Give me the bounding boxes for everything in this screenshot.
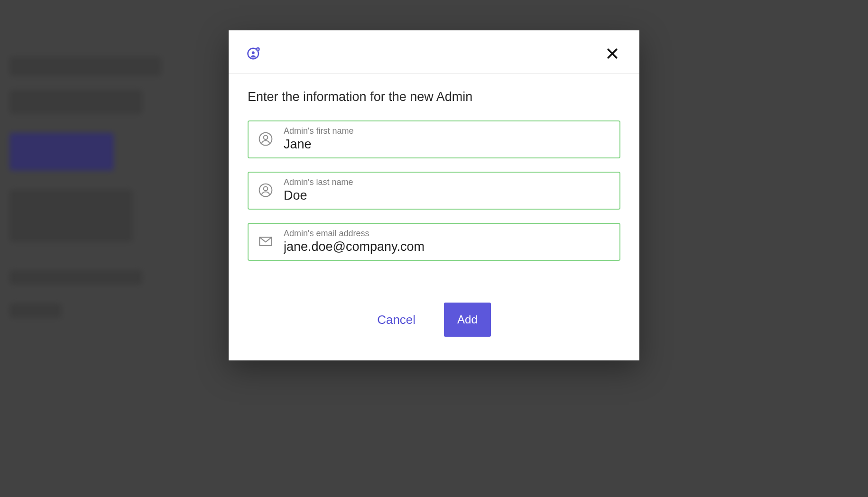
modal-body: Enter the information for the new Admin … (229, 74, 639, 279)
user-icon (258, 183, 273, 198)
first-name-input[interactable] (284, 137, 611, 152)
email-label: Admin's email address (284, 229, 611, 239)
modal-title: Enter the information for the new Admin (248, 90, 620, 104)
field-content: Admin's last name (284, 177, 611, 203)
add-admin-modal: Enter the information for the new Admin … (229, 30, 639, 360)
last-name-label: Admin's last name (284, 177, 611, 187)
last-name-field[interactable]: Admin's last name (248, 172, 620, 210)
cancel-button[interactable]: Cancel (377, 313, 416, 327)
field-content: Admin's first name (284, 126, 611, 152)
close-icon (605, 46, 619, 61)
modal-footer: Cancel Add (229, 279, 639, 360)
email-field[interactable]: Admin's email address (248, 223, 620, 261)
user-icon (258, 131, 273, 147)
svg-point-6 (264, 135, 268, 139)
first-name-field[interactable]: Admin's first name (248, 120, 620, 158)
field-content: Admin's email address (284, 229, 611, 254)
close-button[interactable] (603, 45, 621, 63)
add-button[interactable]: Add (444, 303, 491, 337)
modal-header (229, 30, 639, 74)
mail-icon (258, 234, 273, 249)
email-input[interactable] (284, 239, 611, 254)
svg-point-8 (264, 186, 268, 191)
first-name-label: Admin's first name (284, 126, 611, 136)
svg-point-1 (252, 51, 255, 54)
add-user-icon (247, 46, 261, 61)
last-name-input[interactable] (284, 188, 611, 203)
